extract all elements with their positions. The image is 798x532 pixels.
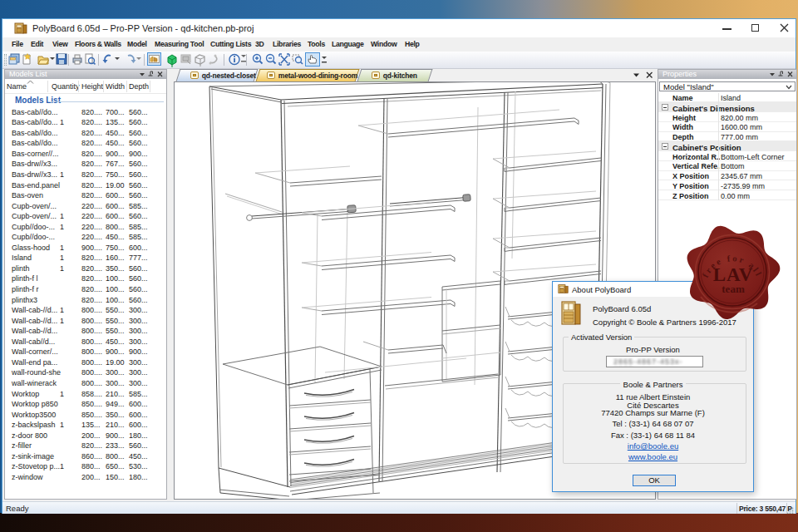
svg-text:team: team [722, 283, 745, 295]
